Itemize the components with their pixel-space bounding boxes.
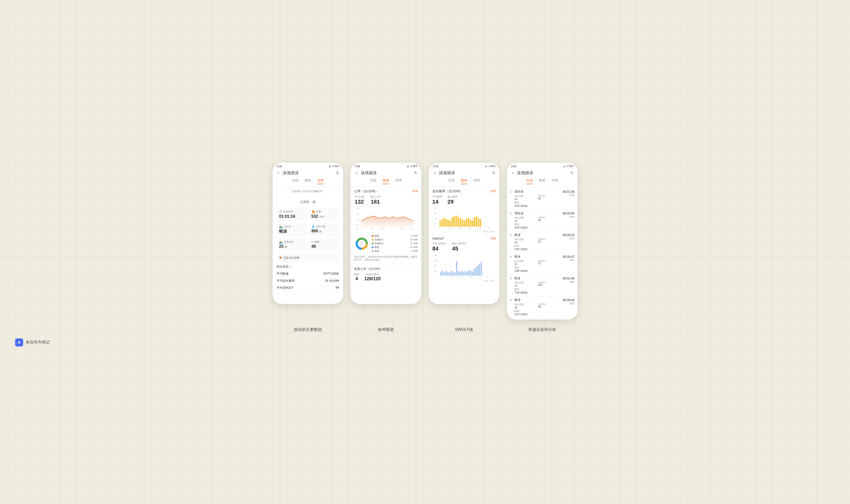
time-1: 3:09	[277, 165, 282, 168]
lap-row-3[interactable]: 3 蛙泳 划水次数 14 SWOLF 67	[510, 231, 574, 253]
back-button-2[interactable]: ←	[355, 170, 359, 176]
tab-chart-4[interactable]: 图表	[539, 178, 546, 184]
tab-segment-4[interactable]: 分段	[526, 178, 533, 184]
svg-text:0: 0	[434, 226, 435, 228]
lap-row-6[interactable]: 6 蛙泳 划水次数 21 SWOLF 64	[510, 296, 574, 318]
tab-segment-1[interactable]: 分段	[292, 178, 299, 184]
svg-rect-39	[472, 220, 473, 227]
recovery-section: 恢复心率（次/分钟） 降低 4 开始/结束率 128/120	[354, 264, 418, 282]
back-button-3[interactable]: ←	[433, 170, 437, 176]
svg-rect-32	[458, 217, 459, 227]
svg-text:20: 20	[381, 228, 383, 230]
title-1: 泳池游泳	[283, 170, 299, 176]
phone-card-4: 3:09 ▲ .ıl 5E4 ← 泳池游泳 ✎ 分段 图表 详情	[507, 163, 578, 320]
pool-value: 25 米	[279, 244, 304, 249]
svg-rect-70	[466, 272, 468, 276]
svg-rect-71	[468, 270, 470, 276]
svg-text:192: 192	[434, 254, 437, 256]
card3-content: 划水频率（次/分钟） 详情 平均频率 14 最大频率 29	[429, 186, 499, 304]
time-3: 3:09	[433, 165, 438, 168]
stroke-detail-link[interactable]: 详情	[490, 189, 496, 193]
tab-chart-1[interactable]: 图表	[304, 178, 311, 184]
svg-text:50: 50	[410, 228, 412, 230]
notice-text: 游泳过程中，水流和划水动作会影响心率数据的准确性。戴紧手表/手环，可降低这些影响…	[354, 255, 418, 262]
edit-icon-4[interactable]: ✎	[570, 170, 573, 175]
svg-text:50: 50	[487, 276, 489, 278]
tab-chart-2[interactable]: 图表	[383, 178, 389, 184]
edit-icon-3[interactable]: ✎	[492, 170, 495, 175]
svg-text:30: 30	[469, 227, 471, 229]
stat-stroke-type: 🏊 主泳姿 蛙泳	[277, 223, 307, 236]
footer-logo	[15, 339, 23, 346]
svg-text:10: 10	[449, 227, 451, 229]
lap-row-5[interactable]: 5 蛙泳 划水次数 17 SWOLF 123	[510, 275, 574, 296]
svg-text:0: 0	[439, 227, 440, 229]
status-icons-1: ▲ .ıl 5E4	[329, 165, 339, 167]
phone-header-4: ← 泳池游泳 ✎	[507, 169, 578, 177]
caption-3: SWOLF值	[429, 327, 499, 332]
svg-text:123: 123	[356, 219, 359, 220]
svg-rect-68	[463, 272, 464, 276]
svg-rect-41	[476, 216, 477, 227]
performance-section: 游泳表现 ⓘ 平均配速 5'07"/100米 平均划水频率 14 次/分钟 平均…	[277, 265, 339, 291]
tab-bar-3: 分段 图表 详情	[429, 177, 499, 186]
svg-rect-77	[479, 264, 480, 276]
svg-text:30: 30	[470, 276, 472, 278]
tab-detail-3[interactable]: 详情	[473, 178, 480, 184]
phone-card-3: 3:09 ▲ .ıl 5E4 ← 泳池游泳 ✎ 分段 图表 详情	[429, 163, 499, 304]
svg-rect-42	[478, 218, 479, 227]
back-button-1[interactable]: ←	[277, 170, 281, 176]
hr-detail-link[interactable]: 详情	[412, 189, 418, 193]
svg-rect-34	[462, 219, 463, 227]
status-bar-4: 3:09 ▲ .ıl 5E4	[507, 163, 578, 169]
tab-bar-4: 分段 图表 详情	[507, 177, 578, 186]
recovery-stats: 降低 4 开始/结束率 128/120	[354, 273, 418, 282]
status-icons-4: ▲ .ıl 5E4	[563, 165, 573, 167]
svg-text:32: 32	[434, 208, 436, 210]
svg-rect-28	[449, 220, 451, 227]
tab-chart-3[interactable]: 图表	[461, 178, 467, 184]
phones-row: 3:09 ▲ .ıl 5E4 ← 泳池游泳 ✎ 分段 图表 详情 2024年7月…	[272, 163, 578, 320]
time-2: 3:09	[355, 165, 360, 168]
svg-text:0: 0	[361, 228, 362, 230]
tab-detail-2[interactable]: 详情	[395, 178, 402, 184]
status-bar-1: 3:09 ▲ .ıl 5E4	[272, 163, 343, 169]
svg-rect-75	[475, 267, 477, 276]
svg-rect-60	[449, 272, 450, 276]
perf-row-swolf: 平均SWOLF 84	[277, 285, 339, 291]
back-button-4[interactable]: ←	[511, 170, 515, 176]
stroke-chart-svg: 32 24 16 8 0	[432, 206, 496, 229]
stat-pool: 🏊 泳池长度 25 米	[277, 238, 307, 251]
heart-rate-section: 心率（次/分钟） 详情 平均心率 132 最大心率 161	[354, 189, 418, 231]
svg-rect-43	[480, 219, 481, 227]
svg-text:40: 40	[479, 276, 481, 278]
svg-rect-31	[456, 215, 457, 227]
zone-section: 心率 区间 极限 0 分钟 无氧耐力 15 分钟	[354, 234, 418, 253]
status-bar-2: 3:09 ▲ .ıl 5E4	[351, 163, 421, 169]
time-4: 3:09	[511, 165, 516, 168]
svg-rect-35	[464, 220, 465, 227]
stroke-count-value: 900 次	[311, 229, 337, 233]
svg-text:40: 40	[479, 227, 481, 229]
tab-detail-4[interactable]: 详情	[551, 178, 558, 184]
tab-segment-2[interactable]: 分段	[370, 178, 377, 184]
lap-row-2[interactable]: 2 混合泳 划水次数 12 SWOLF 62	[510, 210, 574, 231]
tab-detail-1[interactable]: 详情	[317, 178, 324, 184]
edit-icon-1[interactable]: ✎	[336, 170, 339, 175]
swolf-detail-link[interactable]: 详情	[490, 237, 496, 240]
title-3: 泳池游泳	[439, 170, 455, 176]
status-bar-3: 3:09 ▲ .ıl 5E4	[429, 163, 499, 169]
heart-chart-svg: 173 148 123 98 73 0 10 20 30 40 50	[354, 207, 418, 230]
card1-content: 2024年7月22日 傍晚6:57 1,200 米 ⏱ 运动时间 01:01:2…	[272, 186, 343, 304]
stat-stroke-count: 💧 划水次数 900 次	[309, 223, 339, 236]
main-container: 3:09 ▲ .ıl 5E4 ← 泳池游泳 ✎ 分段 图表 详情 2024年7月…	[0, 153, 850, 352]
card4-content: 1 混合泳 划水次数 14 SWOLF 82	[507, 186, 578, 320]
edit-icon-2[interactable]: ✎	[414, 170, 417, 175]
tab-segment-3[interactable]: 分段	[448, 178, 455, 184]
svg-text:0: 0	[440, 276, 441, 278]
calories-value: 532 千卡	[311, 214, 337, 219]
svg-text:98: 98	[356, 224, 358, 226]
lap-row-1[interactable]: 1 混合泳 划水次数 14 SWOLF 82	[510, 188, 574, 210]
lap-row-4[interactable]: 4 蛙泳 划水次数 10 SWOLF 57	[510, 253, 574, 275]
svg-rect-78	[481, 262, 482, 276]
